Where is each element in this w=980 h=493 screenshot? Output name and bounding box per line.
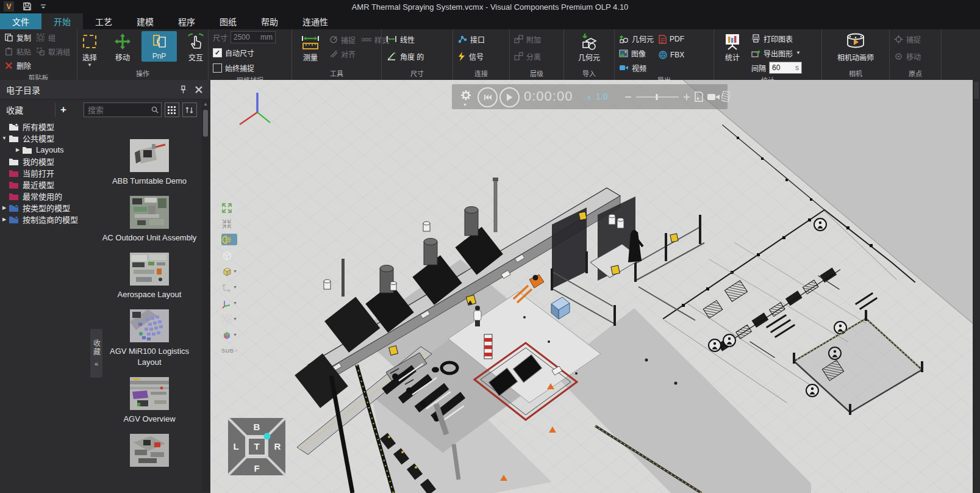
tab-connectivity[interactable]: 连通性	[290, 13, 340, 29]
expander-down-icon[interactable]: ▼	[0, 135, 9, 141]
selection-mode-button[interactable]: ▼	[221, 313, 237, 325]
export-graph-caret[interactable]: ▼	[796, 51, 801, 55]
right-rail-handle[interactable]	[974, 82, 979, 99]
export-graph-button[interactable]: 导出图形 ▼	[751, 47, 802, 59]
catalog-item-abb-turntable[interactable]: ABB Turntable Demo	[101, 139, 198, 187]
reset-button[interactable]	[477, 87, 498, 107]
tab-help[interactable]: 帮助	[249, 13, 290, 29]
export-pdf-video-icon[interactable]	[695, 92, 703, 102]
angular-dimension-button[interactable]: 角度 的	[386, 50, 424, 62]
pin-panel-button[interactable]	[175, 83, 191, 96]
tree-item-all-models[interactable]: 所有模型	[0, 121, 96, 132]
auto-size-checkbox[interactable]: ✓	[213, 48, 222, 57]
tree-item-most-used[interactable]: 最常使用的	[0, 190, 96, 202]
linear-dimension-button[interactable]: 线性	[386, 33, 424, 45]
tree-item-layouts[interactable]: ▶ Layouts	[0, 144, 96, 156]
detach-button[interactable]: 分离	[514, 50, 541, 62]
attach-button[interactable]: 附加	[514, 33, 541, 45]
collections-collapse-tab[interactable]: 收藏 «	[90, 329, 102, 378]
render-mode-button[interactable]	[221, 250, 237, 261]
view-cube-corner-dot[interactable]	[264, 433, 271, 440]
snap-tool-button[interactable]: 捕捉	[329, 34, 356, 46]
sub-assembly-button[interactable]: SUB	[221, 345, 237, 356]
search-input[interactable]	[87, 105, 151, 115]
catalog-item-ac-outdoor-unit[interactable]: AC Outdoor Unit Assembly	[101, 196, 198, 244]
film-strip-icon[interactable]	[721, 91, 730, 102]
import-geometry-button[interactable]: 几何元	[575, 31, 603, 62]
interact-button[interactable]: 交互	[182, 31, 210, 62]
tree-item-models-by-manufacturer[interactable]: ▶ 按制造商的模型	[0, 214, 96, 225]
fit-view-button[interactable]	[221, 202, 237, 214]
pnp-button[interactable]: PnP	[141, 31, 177, 62]
expander-right-icon[interactable]: ▶	[0, 217, 9, 222]
scrollbar-thumb[interactable]	[203, 110, 208, 137]
tab-program[interactable]: 程序	[166, 13, 207, 29]
speed-slider[interactable]	[625, 94, 692, 100]
move-mode-button[interactable]: ▼	[221, 329, 237, 340]
view-cube-top[interactable]: T	[254, 441, 259, 452]
sort-button[interactable]	[182, 103, 197, 117]
frame-selector-button[interactable]: ▼	[221, 281, 237, 293]
grid-size-input[interactable]: 2500mm	[231, 31, 276, 43]
tab-process[interactable]: 工艺	[83, 13, 124, 29]
signal-button[interactable]: 信号	[457, 50, 485, 62]
viewport-right-rail[interactable]	[973, 80, 980, 493]
origin-snap-button[interactable]: 捕捉	[894, 33, 921, 45]
export-image-button[interactable]: 图像	[619, 47, 654, 59]
export-pdf-button[interactable]: PDF	[659, 33, 684, 45]
move-button[interactable]: 移动	[109, 31, 137, 62]
measure-button[interactable]: 测量	[296, 31, 324, 62]
tab-home[interactable]: 开始	[41, 13, 83, 29]
add-collection-button[interactable]: +	[60, 106, 66, 114]
print-chart-button[interactable]: 打印图表	[751, 32, 802, 45]
record-video-icon[interactable]	[707, 93, 720, 101]
expander-right-icon[interactable]: ▶	[13, 147, 22, 153]
select-button[interactable]: 选择 ▼	[76, 31, 104, 67]
view-cube-right[interactable]: R	[274, 441, 281, 452]
tree-item-my-models[interactable]: 我的模型	[0, 156, 96, 167]
delete-button[interactable]: 删除	[4, 59, 31, 71]
scrollbar-up-arrow[interactable]: ▲	[202, 101, 209, 107]
grid-view-button[interactable]	[165, 103, 179, 117]
view-cube-front[interactable]: F	[254, 463, 259, 473]
tree-item-currently-open[interactable]: 当前打开	[0, 167, 96, 179]
export-video-button[interactable]: 视频	[619, 62, 654, 74]
always-snap-checkbox[interactable]	[213, 63, 222, 73]
tab-drawing[interactable]: 图纸	[207, 13, 249, 29]
catalog-item-partial[interactable]	[101, 434, 198, 467]
3d-scene[interactable]	[210, 80, 980, 493]
tab-modeling[interactable]: 建模	[124, 13, 166, 29]
close-panel-button[interactable]	[191, 83, 207, 96]
catalog-item-agv-overview[interactable]: AGV Overview	[101, 377, 198, 425]
origin-move-button[interactable]: 移动	[894, 50, 921, 62]
viewport-3d[interactable]: ▼ 0:00:00 x 1.0	[210, 80, 980, 493]
play-button[interactable]	[499, 87, 520, 107]
search-box[interactable]	[84, 103, 162, 117]
simulation-settings-gear-icon[interactable]	[459, 89, 473, 103]
tree-item-recent-models[interactable]: 最近模型	[0, 179, 96, 190]
interface-button[interactable]: 接口	[457, 33, 485, 45]
catalog-item-aerospace-layout[interactable]: Aerospace Layout	[101, 253, 198, 301]
ungroup-button[interactable]: 取消组	[36, 45, 70, 57]
camera-animator-button[interactable]: 相机动画师	[830, 31, 881, 62]
always-snap-checkbox-row[interactable]: 始终捕捉	[213, 62, 276, 74]
copy-button[interactable]: 复制	[4, 31, 31, 43]
paste-button[interactable]: 粘贴	[4, 45, 31, 57]
export-fbx-button[interactable]: FBX	[659, 49, 684, 61]
solid-view-button[interactable]: ▼	[221, 265, 237, 277]
projection-toggle-button[interactable]	[221, 234, 237, 245]
interval-input[interactable]: 60s	[769, 62, 802, 74]
catalog-scrollbar[interactable]: ▲	[202, 100, 209, 492]
view-cube-left[interactable]: L	[233, 441, 238, 452]
export-geometry-button[interactable]: 几何元	[619, 32, 654, 45]
catalog-item-agv-mir100[interactable]: AGV MiR100 Logistics Layout	[101, 309, 198, 369]
tab-file[interactable]: 文件	[0, 13, 41, 29]
statistics-button[interactable]: 统计	[718, 31, 746, 62]
settings-caret-icon[interactable]: ▼	[463, 103, 467, 107]
group-button[interactable]: 组	[36, 31, 70, 43]
fit-selected-button[interactable]	[221, 218, 237, 229]
tree-item-models-by-type[interactable]: ▶ 按类型的模型	[0, 202, 96, 214]
coordinate-mode-button[interactable]: ▼	[221, 297, 237, 309]
view-cube-back[interactable]: B	[254, 422, 260, 432]
expander-right-icon[interactable]: ▶	[0, 205, 9, 211]
